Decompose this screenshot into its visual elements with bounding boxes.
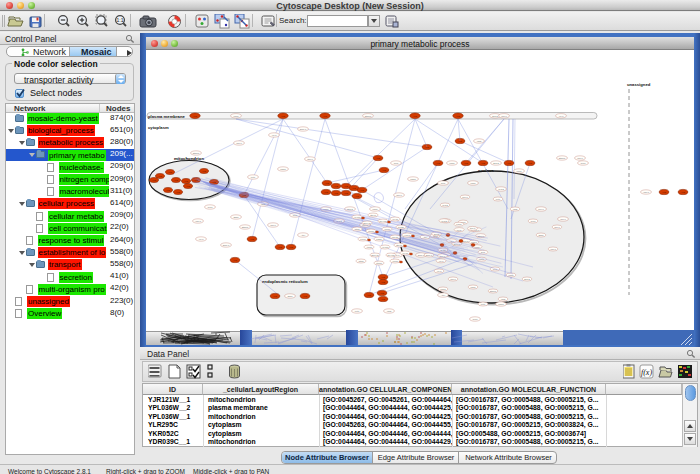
svg-text:Cyb2: Cyb2 [498,188,504,190]
svg-text:Pgk1: Pgk1 [508,274,514,276]
svg-text:Ssa1: Ssa1 [233,216,239,218]
svg-text:Fba1: Fba1 [470,286,476,288]
svg-text:Idh2: Idh2 [513,208,518,210]
svg-text:Ssa1: Ssa1 [538,234,544,236]
svg-text:Yk-nd8: Yk-nd8 [354,216,362,218]
svg-text:Yol-p: Yol-p [558,115,564,117]
svg-text:Idh2: Idh2 [387,310,392,312]
svg-text:Ykl-nd: Ykl-nd [392,218,399,220]
svg-text:Pfs2p: Pfs2p [376,238,382,240]
svg-text:mitochondrion: mitochondrion [174,156,204,161]
svg-text:Qcr-p: Qcr-p [307,158,313,160]
svg-text:Mdh1: Mdh1 [440,288,446,290]
svg-text:Stp4p: Stp4p [396,244,402,246]
svg-text:cytoplasm: cytoplasm [148,125,169,130]
svg-text:Mdh1: Mdh1 [498,303,504,305]
svg-text:endoplasmic reticulum: endoplasmic reticulum [262,279,308,284]
svg-text:Idh2: Idh2 [501,298,506,300]
svg-text:Pta1p: Pta1p [376,262,382,264]
svg-text:Gci-nd8: Gci-nd8 [379,220,387,222]
svg-text:Eno2: Eno2 [492,115,498,117]
svg-text:Qcr-p: Qcr-p [396,194,402,196]
svg-text:Cor1: Cor1 [531,220,537,222]
svg-text:Smp-nd: Smp-nd [371,254,379,256]
svg-text:Cor1: Cor1 [473,318,479,320]
svg-text:Gal-p: Gal-p [236,142,242,144]
svg-text:Yol-p: Yol-p [271,134,277,136]
svg-text:Gal-p: Gal-p [501,115,507,117]
svg-text:Pet9: Pet9 [457,229,462,231]
svg-text:Rpl-p: Rpl-p [463,240,469,242]
svg-text:Tef1: Tef1 [394,162,399,164]
svg-text:Qcr-p: Qcr-p [470,227,476,229]
svg-text:Fba1: Fba1 [456,223,462,225]
svg-text:Cyb2: Cyb2 [441,220,447,222]
svg-text:Yol-p: Yol-p [436,270,442,272]
svg-text:Eno2: Eno2 [524,278,530,280]
svg-text:Sthm1: Sthm1 [193,152,200,154]
svg-text:Cft2p: Cft2p [354,228,360,230]
svg-text:Sthm1: Sthm1 [365,115,372,117]
svg-text:Pgk1: Pgk1 [470,182,476,184]
svg-text:Ysh1p: Ysh1p [392,260,399,262]
svg-text:Eno2: Eno2 [347,208,353,210]
svg-text:plasma membrane: plasma membrane [148,114,185,119]
svg-text:Mdh1: Mdh1 [280,168,286,170]
svg-text:Tef1: Tef1 [481,251,486,253]
svg-text:Sthm1: Sthm1 [490,290,497,292]
svg-text:f(x): f(x) [641,368,652,377]
svg-text:Yol-p: Yol-p [198,238,204,240]
svg-text:Yol-p: Yol-p [438,260,444,262]
svg-text:Pet9: Pet9 [496,198,501,200]
svg-text:Fba1: Fba1 [233,115,239,117]
svg-text:Mpe1p: Mpe1p [392,236,399,238]
svg-text:Atp4: Atp4 [441,294,446,296]
svg-text:Rpl-p: Rpl-p [462,196,468,198]
svg-text:Cor1: Cor1 [208,206,214,208]
svg-text:Cyb2: Cyb2 [442,204,448,206]
svg-text:Idh2: Idh2 [477,140,482,142]
svg-text:Pta1p: Pta1p [368,230,374,232]
svg-text:Mdh1: Mdh1 [471,241,477,243]
svg-text:Ref2p: Ref2p [398,226,405,228]
svg-text:Pet9: Pet9 [481,303,486,305]
svg-text:Fip1p: Fip1p [360,238,366,240]
svg-text:Sthm1: Sthm1 [559,157,566,159]
svg-text:Pet9: Pet9 [251,176,256,178]
svg-text:Ssa1: Ssa1 [287,295,293,297]
svg-text:Yk-nd8: Yk-nd8 [382,246,390,248]
svg-text:Hsp-p: Hsp-p [550,248,557,250]
svg-text:unassigned: unassigned [627,82,651,87]
svg-text:Smc-p: Smc-p [223,244,230,246]
svg-text:Qcr-p: Qcr-p [554,226,560,228]
svg-text:Yth1p: Yth1p [366,246,372,248]
svg-text:Sthm1: Sthm1 [242,226,249,228]
svg-text:Smc-p: Smc-p [300,128,307,130]
svg-text:Tef1: Tef1 [441,182,446,184]
svg-text:Ykl-nd: Ykl-nd [402,252,409,254]
svg-text:Cft2p: Cft2p [358,260,364,262]
svg-text:Eno2: Eno2 [493,162,499,164]
svg-text:Pgk1: Pgk1 [449,162,455,164]
svg-text:Hca4p: Hca4p [404,234,411,236]
svg-text:Mdh1: Mdh1 [410,178,416,180]
svg-text:Ysh1p: Ysh1p [384,228,391,230]
svg-text:Hsp-p: Hsp-p [643,191,650,193]
svg-text:Stp4p: Stp4p [370,214,376,216]
svg-text:Qcr-p: Qcr-p [560,218,566,220]
svg-text:Fba1: Fba1 [372,208,378,210]
svg-text:Atp4: Atp4 [301,234,306,236]
svg-text:Pgk1: Pgk1 [474,246,480,248]
svg-text:Smc-p: Smc-p [426,254,433,256]
svg-text:Smp-nd: Smp-nd [363,222,371,224]
svg-text:Cor1: Cor1 [581,162,587,164]
svg-text:Gal-p: Gal-p [450,278,456,280]
svg-text:Gal-p: Gal-p [270,224,276,226]
svg-text:Gal-p: Gal-p [577,157,583,159]
svg-text:Fba1: Fba1 [516,170,522,172]
svg-text:1:1: 1:1 [117,17,124,23]
svg-text:Rpl-p: Rpl-p [538,208,544,210]
svg-text:Hsp-p: Hsp-p [195,220,202,222]
svg-text:Gci-nd8: Gci-nd8 [387,254,395,256]
svg-text:Pet9: Pet9 [355,310,360,312]
